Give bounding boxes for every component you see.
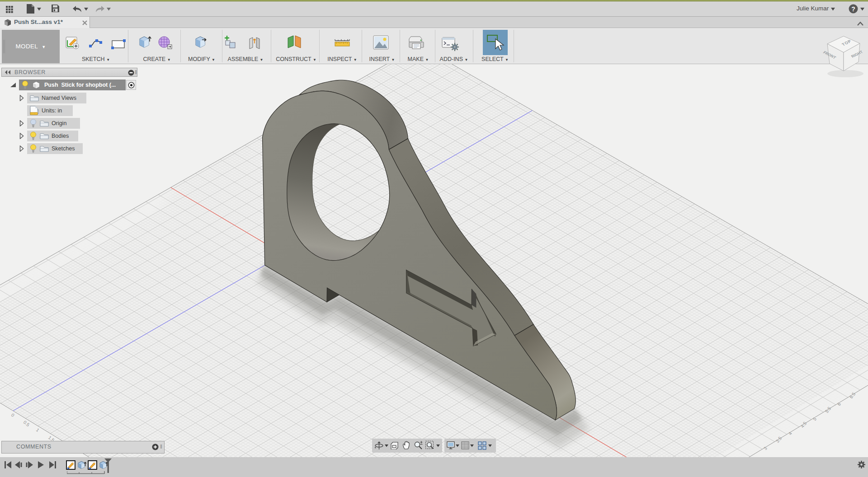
svg-text:?: ? xyxy=(851,5,855,13)
